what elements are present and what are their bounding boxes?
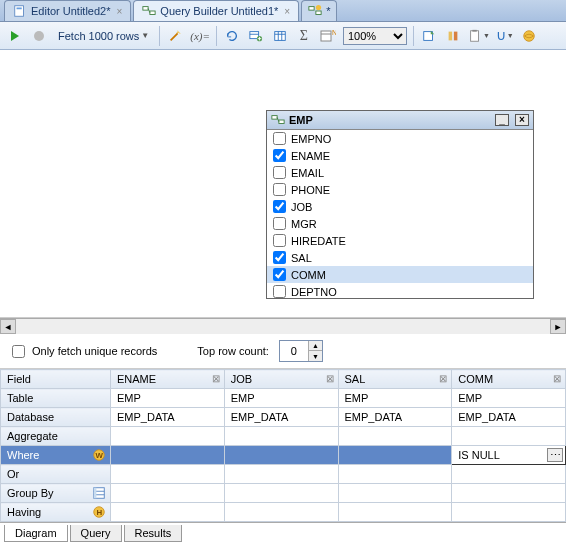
variables-button[interactable]: (x)= (190, 26, 210, 46)
grid-cell[interactable] (224, 484, 338, 503)
table-entity-icon (271, 113, 285, 127)
grid-cell[interactable] (111, 484, 225, 503)
grid-cell[interactable] (224, 446, 338, 465)
fetch-rows-dropdown[interactable]: Fetch 1000 rows ▼ (54, 26, 153, 46)
clipboard-button[interactable]: ▼ (468, 26, 490, 46)
grid-cell[interactable]: EMP_DATA (111, 408, 225, 427)
grid-cell[interactable] (338, 427, 452, 446)
column-checkbox[interactable] (273, 268, 286, 281)
colhdr-comm[interactable]: COMM⊠ (452, 370, 566, 389)
column-row-phone[interactable]: PHONE (267, 181, 533, 198)
grid-cell[interactable]: EMP (224, 389, 338, 408)
column-checkbox[interactable] (273, 166, 286, 179)
grid-cell[interactable] (338, 465, 452, 484)
add-table-button[interactable] (247, 26, 265, 46)
column-row-empno[interactable]: EMPNO (267, 130, 533, 147)
column-row-hiredate[interactable]: HIREDATE (267, 232, 533, 249)
minimize-button[interactable]: _ (495, 114, 509, 126)
btab-results[interactable]: Results (124, 525, 183, 542)
grid-cell[interactable]: EMP_DATA (224, 408, 338, 427)
refresh-button[interactable] (223, 26, 241, 46)
toprow-input[interactable] (280, 343, 308, 359)
colhdr-ename[interactable]: ENAME⊠ (111, 370, 225, 389)
grid-cell[interactable] (452, 484, 566, 503)
colhdr-job[interactable]: JOB⊠ (224, 370, 338, 389)
grid-cell[interactable]: EMP_DATA (338, 408, 452, 427)
delete-column-icon[interactable]: ⊠ (326, 373, 334, 384)
btab-query[interactable]: Query (70, 525, 122, 542)
sum-button[interactable]: Σ (295, 26, 313, 46)
grid-cell[interactable] (224, 503, 338, 522)
grid-cell[interactable] (111, 465, 225, 484)
grid-cell[interactable] (338, 503, 452, 522)
tab-new[interactable]: * (301, 0, 337, 21)
run-button[interactable] (6, 26, 24, 46)
column-row-sal[interactable]: SAL (267, 249, 533, 266)
grid-cell[interactable] (111, 427, 225, 446)
zoom-select[interactable]: 100% (343, 27, 407, 45)
grid-cell[interactable] (224, 465, 338, 484)
column-checkbox[interactable] (273, 234, 286, 247)
stop-button[interactable] (30, 26, 48, 46)
toprow-spinner[interactable]: ▲ ▼ (279, 340, 323, 362)
grid-cell[interactable] (452, 465, 566, 484)
grid-cell[interactable]: EMP_DATA (452, 408, 566, 427)
table-window-emp[interactable]: EMP _ × EMPNOENAMEEMAILPHONEJOBMGRHIREDA… (266, 110, 534, 299)
close-button[interactable]: × (515, 114, 529, 126)
horizontal-scrollbar[interactable]: ◄ ► (0, 318, 566, 334)
grid-cell[interactable] (452, 427, 566, 446)
table-window-titlebar[interactable]: EMP _ × (267, 111, 533, 130)
close-icon[interactable]: × (117, 6, 123, 17)
colhdr-sal[interactable]: SAL⊠ (338, 370, 452, 389)
svg-rect-5 (316, 11, 321, 15)
wand-button[interactable] (166, 26, 184, 46)
unique-records-checkbox[interactable]: Only fetch unique records (8, 342, 157, 361)
grid-cell[interactable] (111, 503, 225, 522)
column-checkbox[interactable] (273, 217, 286, 230)
column-row-job[interactable]: JOB (267, 198, 533, 215)
diagram-canvas[interactable]: EMP _ × EMPNOENAMEEMAILPHONEJOBMGRHIREDA… (0, 50, 566, 318)
column-label: SAL (291, 252, 312, 264)
union-button[interactable]: ∪ ▼ (496, 26, 514, 46)
grid-cell[interactable]: EMP (338, 389, 452, 408)
scroll-left-button[interactable]: ◄ (0, 319, 16, 334)
tab-query-builder[interactable]: Query Builder Untitled1* × (133, 0, 299, 21)
btab-diagram[interactable]: Diagram (4, 525, 68, 542)
column-row-email[interactable]: EMAIL (267, 164, 533, 181)
table-button[interactable] (271, 26, 289, 46)
grid-cell[interactable] (338, 446, 452, 465)
column-row-ename[interactable]: ENAME (267, 147, 533, 164)
delete-column-icon[interactable]: ⊠ (553, 373, 561, 384)
column-row-deptno[interactable]: DEPTNO (267, 283, 533, 298)
grid-cell[interactable] (452, 503, 566, 522)
column-row-comm[interactable]: COMM (267, 266, 533, 283)
tab-editor[interactable]: Editor Untitled2* × (4, 0, 131, 21)
grid-cell[interactable] (111, 446, 225, 465)
column-row-mgr[interactable]: MGR (267, 215, 533, 232)
close-icon: × (519, 115, 525, 125)
grid-cell[interactable] (224, 427, 338, 446)
delete-column-icon[interactable]: ⊠ (212, 373, 220, 384)
grid-cell[interactable]: EMP (111, 389, 225, 408)
grid-row-groupby: Group By (1, 484, 566, 503)
column-checkbox[interactable] (273, 132, 286, 145)
grid-cell-where-comm[interactable]: IS NULL ⋯ (452, 446, 566, 465)
topn-button[interactable]: N (319, 26, 337, 46)
column-checkbox[interactable] (273, 183, 286, 196)
scroll-right-button[interactable]: ► (550, 319, 566, 334)
spin-down-button[interactable]: ▼ (308, 351, 322, 361)
column-checkbox[interactable] (273, 251, 286, 264)
highlight-button[interactable] (444, 26, 462, 46)
globe-button[interactable] (520, 26, 538, 46)
column-checkbox[interactable] (273, 149, 286, 162)
column-checkbox[interactable] (273, 200, 286, 213)
export-button[interactable] (420, 26, 438, 46)
close-icon[interactable]: × (284, 6, 290, 17)
delete-column-icon[interactable]: ⊠ (439, 373, 447, 384)
grid-cell[interactable]: EMP (452, 389, 566, 408)
column-checkbox[interactable] (273, 285, 286, 298)
grid-cell[interactable] (338, 484, 452, 503)
ellipsis-button[interactable]: ⋯ (547, 448, 563, 462)
unique-records-input[interactable] (12, 345, 25, 358)
spin-up-button[interactable]: ▲ (308, 341, 322, 351)
